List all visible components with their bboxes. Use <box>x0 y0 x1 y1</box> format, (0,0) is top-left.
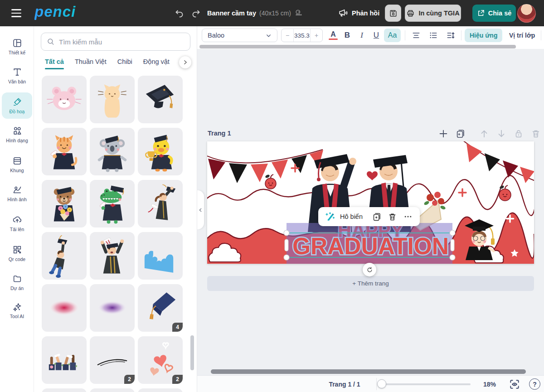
underline-button[interactable]: U <box>370 29 382 42</box>
italic-button[interactable]: I <box>356 29 368 42</box>
sticker-raised-hands[interactable] <box>42 336 87 384</box>
font-size-increase[interactable]: + <box>310 29 322 42</box>
design-canvas[interactable]: HAPPY GRADUATION <box>207 141 534 264</box>
move-page-up-icon[interactable] <box>479 129 489 139</box>
sidebar-item-shapes[interactable]: Hình dạng <box>2 121 32 148</box>
redo-icon[interactable] <box>191 9 201 18</box>
sticker-graduate-jumping[interactable] <box>42 232 87 280</box>
ruler-icon <box>294 9 303 18</box>
delete-element-icon[interactable] <box>387 211 398 222</box>
sticker-swoosh-line[interactable]: 2 <box>90 336 135 384</box>
undo-icon[interactable] <box>175 9 184 18</box>
help-button[interactable]: ? <box>529 378 540 390</box>
pen-icon <box>12 97 22 107</box>
search-box[interactable] <box>41 33 190 51</box>
move-page-down-icon[interactable] <box>496 129 506 139</box>
sidebar-item-design[interactable]: Thiết kế <box>2 34 32 60</box>
tab-thuan-viet[interactable]: Thuần Việt <box>75 58 107 69</box>
sidebar-item-uploads[interactable]: Tải lên <box>2 210 32 237</box>
page-label: Trang 1 <box>208 130 231 137</box>
banner-text-main[interactable]: GRADUATION <box>292 233 449 259</box>
horizontal-scrollbar[interactable] <box>211 369 526 374</box>
sticker-partial[interactable] <box>42 388 87 392</box>
print-button[interactable]: In cùng TGIA <box>405 5 461 22</box>
zoom-slider-knob[interactable] <box>377 379 386 388</box>
toolbar-divider <box>461 30 461 40</box>
sticker-navy-graduation-cap[interactable]: 4 <box>138 284 183 332</box>
zoom-slider-track[interactable] <box>382 383 471 385</box>
sticker-partial[interactable] <box>138 388 183 392</box>
align-button[interactable] <box>409 29 423 42</box>
sticker-bear-bouquet-graduate[interactable] <box>42 180 87 227</box>
printer-icon <box>406 9 415 18</box>
page-actions <box>438 129 541 139</box>
app-logo[interactable]: penci <box>34 3 76 20</box>
layout-icon <box>12 38 22 48</box>
sidebar-item-projects[interactable]: Dự án <box>2 269 32 295</box>
tab-dong-vat[interactable]: Động vật <box>143 58 170 69</box>
panel-scrollbar[interactable] <box>190 335 194 370</box>
lock-page-icon[interactable] <box>514 129 524 139</box>
duplicate-element-icon[interactable] <box>372 211 383 222</box>
folder-icon <box>12 274 22 284</box>
sticker-blue-cloud-shape[interactable] <box>138 232 183 280</box>
sidebar-item-graphics[interactable]: Đồ hoạ <box>2 92 32 119</box>
document-name: Banner cầm tay <box>207 10 256 17</box>
add-element-icon[interactable] <box>438 129 448 139</box>
font-select[interactable]: Baloo <box>202 29 277 42</box>
line-spacing-button[interactable] <box>444 29 457 42</box>
sidebar-item-tool-ai[interactable]: Tool AI <box>2 297 32 324</box>
avatar[interactable] <box>517 4 536 23</box>
sticker-cream-cat[interactable] <box>90 76 135 123</box>
sticker-black-graduation-cap[interactable] <box>138 76 183 123</box>
sticker-pink-mouse-face[interactable] <box>42 76 87 123</box>
megaphone-icon <box>338 8 348 18</box>
sticker-pink-hearts[interactable]: 2 <box>138 336 183 384</box>
rotate-handle[interactable] <box>363 263 376 276</box>
more-options-icon[interactable] <box>403 211 413 222</box>
sticker-red-glow[interactable] <box>42 284 87 332</box>
sidebar-item-frames[interactable]: Khung <box>2 151 32 178</box>
list-button[interactable] <box>427 29 440 42</box>
duplicate-page-icon[interactable] <box>456 129 466 139</box>
sticker-koala-graduate[interactable] <box>90 128 135 175</box>
add-page-button[interactable]: + Thêm trang <box>207 276 534 291</box>
sticker-crocodile-graduate[interactable] <box>90 180 135 227</box>
sticker-graduate-cheering[interactable] <box>90 232 135 280</box>
magic-label[interactable]: Hô biến <box>340 213 363 220</box>
upload-cloud-icon <box>12 215 22 225</box>
sidebar-item-text[interactable]: Văn bản <box>2 63 32 89</box>
font-size-value[interactable]: 335.3 <box>294 29 310 42</box>
sticker-orange-cat-graduate[interactable] <box>42 128 87 175</box>
text-case-button[interactable]: Aa <box>384 29 401 42</box>
shapes-icon <box>12 126 22 136</box>
tab-chibi[interactable]: Chibi <box>117 58 132 69</box>
bold-button[interactable]: B <box>341 29 353 42</box>
font-size-decrease[interactable]: − <box>282 29 294 42</box>
toolbar-scrollbar[interactable] <box>199 45 516 48</box>
font-name: Baloo <box>208 32 224 39</box>
delete-page-icon[interactable] <box>531 129 541 139</box>
save-button[interactable] <box>385 5 401 22</box>
tabs-scroll-right-icon[interactable] <box>179 56 191 68</box>
sidebar-item-images[interactable]: Hình ảnh <box>2 180 32 207</box>
search-input[interactable] <box>59 38 185 46</box>
sticker-partial[interactable] <box>90 388 135 392</box>
feedback-button[interactable]: Phản hồi <box>338 0 379 26</box>
effects-button[interactable]: Hiệu ứng <box>465 29 502 42</box>
text-color-button[interactable]: A <box>327 29 340 42</box>
sticker-girl-throwing-cap[interactable] <box>138 180 183 227</box>
panel-collapse-handle[interactable] <box>197 190 204 229</box>
magic-wand-icon <box>325 211 335 222</box>
sticker-badge: 2 <box>172 375 183 384</box>
sticker-duck-trophy-graduate[interactable] <box>138 128 183 175</box>
sidebar-item-qrcode[interactable]: Qr code <box>2 240 32 266</box>
preview-icon[interactable] <box>509 378 520 390</box>
document-title[interactable]: Banner cầm tay (40x15 cm) <box>207 0 303 26</box>
tab-all[interactable]: Tất cả <box>45 58 64 69</box>
penci-editor: penci Banner cầm tay (40x15 cm) Phản hồi… <box>0 0 544 392</box>
sticker-purple-glow[interactable] <box>90 284 135 332</box>
menu-icon[interactable] <box>11 9 21 17</box>
share-button[interactable]: Chia sẻ <box>472 5 516 22</box>
layer-position-button[interactable]: Vị trí lớp <box>505 29 539 42</box>
